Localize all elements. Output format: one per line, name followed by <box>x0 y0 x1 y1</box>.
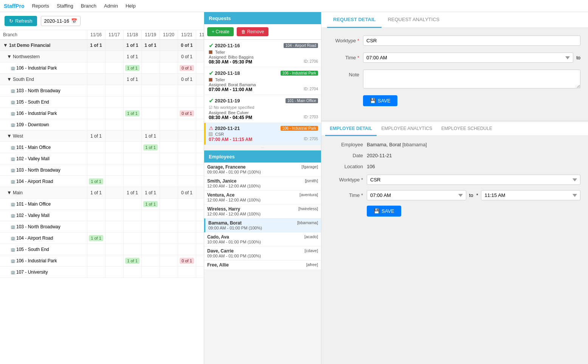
tab-employee-detail[interactable]: EMPLOYEE DETAIL <box>325 122 377 136</box>
nav-admin[interactable]: Admin <box>104 3 118 9</box>
cell-7-1 <box>105 119 123 130</box>
cell-2-2[interactable]: 1 of 1 <box>123 62 141 74</box>
cell-1-5[interactable]: 0 of 1 <box>178 51 196 62</box>
refresh-button[interactable]: ↻ Refresh <box>5 16 37 26</box>
branch-cell-19[interactable]: 🏢106 - Industrial Park <box>0 255 87 266</box>
cell-13-0[interactable]: 1 of 1 <box>87 187 105 198</box>
cell-3-5[interactable]: 0 of 1 <box>178 74 196 85</box>
cell-9-0 <box>87 142 105 153</box>
cell-13-5[interactable]: 0 of 1 <box>178 187 196 198</box>
branch-cell-6[interactable]: 🏢106 - Industrial Park <box>0 108 87 119</box>
time-from-select[interactable]: 07:00 AM <box>363 53 573 63</box>
cell-19-2[interactable]: 1 of 1 <box>123 255 141 266</box>
cell-11-5 <box>178 164 196 176</box>
cell-4-3 <box>141 85 160 96</box>
date-picker[interactable]: 2020-11-16 📅 <box>41 16 81 26</box>
branch-cell-11[interactable]: 🏢103 - North Broadway <box>0 164 87 176</box>
cell-13-6 <box>196 187 204 198</box>
cell-12-0[interactable]: 1 of 1 <box>87 176 105 187</box>
request-card-3[interactable]: ⚠ 2020-11-21 106 - Industrial Park CSR 0… <box>204 123 321 145</box>
branch-cell-4[interactable]: 🏢103 - North Broadway <box>0 85 87 96</box>
request-save-button[interactable]: 💾 SAVE <box>363 95 397 106</box>
employee-card-7[interactable]: Free, Allie [afree] <box>204 260 321 270</box>
cell-8-0[interactable]: 1 of 1 <box>87 130 105 142</box>
cell-8-3[interactable]: 1 of 1 <box>141 130 160 142</box>
emp-time-to-select[interactable]: 11:15 AM <box>481 190 580 200</box>
worktype-input[interactable] <box>363 36 580 46</box>
cell-6-5[interactable]: 0 of 1 <box>178 108 196 119</box>
cell-0-5[interactable]: 0 of 1 <box>178 40 196 51</box>
cell-6-1 <box>105 108 123 119</box>
cell-14-3[interactable]: 1 of 1 <box>141 198 160 210</box>
branch-cell-5[interactable]: 🏢105 - South End <box>0 96 87 108</box>
branch-cell-1[interactable]: ▼Northwestern <box>0 51 87 62</box>
branch-cell-2[interactable]: 🏢106 - Industrial Park <box>0 62 87 74</box>
employee-card-2[interactable]: Ventura, Ace [aventura] 12:00 AM - 12:00… <box>204 191 321 204</box>
nav-staffing[interactable]: Staffing <box>57 3 73 9</box>
cell-17-0[interactable]: 1 of 1 <box>87 232 105 244</box>
cell-10-1 <box>105 153 123 164</box>
cell-6-2[interactable]: 1 of 1 <box>123 108 141 119</box>
branch-cell-12[interactable]: 🏢104 - Airport Road <box>0 176 87 187</box>
employee-card-1[interactable]: Smith, Janice [jsmith] 12:00 AM - 12:00 … <box>204 177 321 191</box>
nav-reports[interactable]: Reports <box>32 3 49 9</box>
branch-cell-15[interactable]: 🏢102 - Valley Mall <box>0 210 87 221</box>
cell-1-2[interactable]: 1 of 1 <box>123 51 141 62</box>
request-card-1[interactable]: ✔ 2020-11-18 106 - Industrial Park Telle… <box>204 67 321 95</box>
cell-13-2[interactable]: 1 of 1 <box>123 187 141 198</box>
emp-worktype-select[interactable]: CSR <box>367 175 580 185</box>
brand-logo[interactable]: StaffPro <box>4 3 24 9</box>
note-textarea[interactable] <box>363 70 580 88</box>
branch-cell-18[interactable]: 🏢105 - South End <box>0 244 87 255</box>
cell-3-2[interactable]: 1 of 1 <box>123 74 141 85</box>
employee-card-4[interactable]: Bamama, Borat [bbamama] 09:00 AM - 01:00… <box>204 218 321 232</box>
employee-card-0[interactable]: Garage, Francene [fgarage] 09:00 AM - 01… <box>204 163 321 177</box>
branch-cell-10[interactable]: 🏢102 - Valley Mall <box>0 153 87 164</box>
request-card-2[interactable]: ✔ 2020-11-19 101 - Main Office ☑ No work… <box>204 95 321 123</box>
cell-19-0 <box>87 255 105 266</box>
branch-cell-14[interactable]: 🏢101 - Main Office <box>0 198 87 210</box>
cell-13-4 <box>160 187 178 198</box>
tab-request-analytics[interactable]: REQUEST ANALYTICS <box>382 12 445 28</box>
employee-card-5[interactable]: Cado, Ava [acado] 10:00 AM - 01:00 PM (1… <box>204 232 321 246</box>
cell-14-6 <box>196 198 204 210</box>
branch-cell-0[interactable]: ▼1st Demo Financial <box>0 40 87 51</box>
cell-5-4 <box>160 96 178 108</box>
cell-2-1 <box>105 62 123 74</box>
cell-9-3[interactable]: 1 of 1 <box>141 142 160 153</box>
main-container: ↻ Refresh 2020-11-16 📅 Branch 11/16 11/1… <box>0 12 588 364</box>
employee-card-3[interactable]: Wireless, Harry [hwireless] 12:00 AM - 1… <box>204 204 321 218</box>
tab-employee-analytics[interactable]: EMPLOYEE ANALYTICS <box>377 122 437 136</box>
remove-request-button[interactable]: 🗑 Remove <box>237 27 268 36</box>
cell-9-6 <box>196 142 204 153</box>
branch-cell-20[interactable]: 🏢107 - University <box>0 266 87 278</box>
branch-cell-16[interactable]: 🏢103 - North Broadway <box>0 221 87 232</box>
cell-0-3[interactable]: 1 of 1 <box>141 40 160 51</box>
employee-card-6[interactable]: Dave, Carrie [cdave] 09:00 AM - 01:00 PM… <box>204 246 321 260</box>
emp-time-from-select[interactable]: 07:00 AM <box>367 190 466 200</box>
request-card-0[interactable]: ✔ 2020-11-16 104 - Airport Road Teller A… <box>204 40 321 67</box>
cell-2-5[interactable]: 0 of 1 <box>178 62 196 74</box>
cell-15-2 <box>123 210 141 221</box>
branch-cell-7[interactable]: 🏢109 - Downtown <box>0 119 87 130</box>
req-location-3: 106 - Industrial Park <box>281 126 318 131</box>
branch-cell-9[interactable]: 🏢101 - Main Office <box>0 142 87 153</box>
cell-0-0[interactable]: 1 of 1 <box>87 40 105 51</box>
emp-time-inputs: 07:00 AM to * 11:15 AM <box>367 190 580 200</box>
branch-cell-17[interactable]: 🏢104 - Airport Road <box>0 232 87 244</box>
cell-13-3[interactable]: 1 of 1 <box>141 187 160 198</box>
tab-request-detail[interactable]: REQUEST DETAIL <box>327 12 382 28</box>
time-inputs: 07:00 AM to <box>363 53 580 63</box>
cell-0-2[interactable]: 1 of 1 <box>123 40 141 51</box>
branch-cell-3[interactable]: ▼South End <box>0 74 87 85</box>
branch-cell-13[interactable]: ▼Main <box>0 187 87 198</box>
nav-help[interactable]: Help <box>126 3 136 9</box>
cell-1-3 <box>141 51 160 62</box>
cell-19-5[interactable]: 0 of 1 <box>178 255 196 266</box>
employee-save-button[interactable]: 💾 SAVE <box>367 206 401 217</box>
create-request-button[interactable]: + Create <box>207 27 234 36</box>
branch-cell-8[interactable]: ▼West <box>0 130 87 142</box>
cell-7-5 <box>178 119 196 130</box>
tab-employee-schedule[interactable]: EMPLOYEE SCHEDULE <box>437 122 497 136</box>
nav-branch[interactable]: Branch <box>81 3 96 9</box>
